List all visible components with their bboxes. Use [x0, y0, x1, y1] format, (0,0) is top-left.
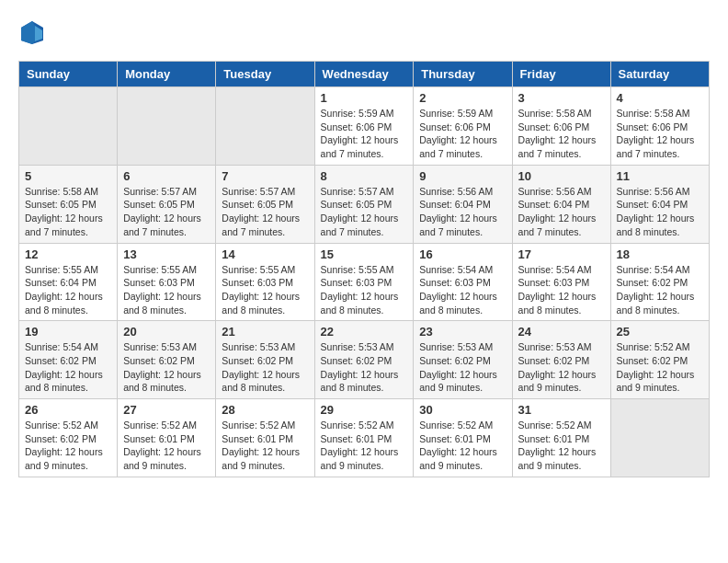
calendar-cell: 3Sunrise: 5:58 AM Sunset: 6:06 PM Daylig… [512, 87, 610, 166]
calendar-cell: 16Sunrise: 5:54 AM Sunset: 6:03 PM Dayli… [414, 243, 512, 321]
calendar-cell: 20Sunrise: 5:53 AM Sunset: 6:02 PM Dayli… [118, 321, 216, 399]
day-info: Sunrise: 5:52 AM Sunset: 6:01 PM Dayligh… [419, 419, 506, 473]
svg-marker-2 [21, 21, 35, 44]
calendar-cell: 30Sunrise: 5:52 AM Sunset: 6:01 PM Dayli… [414, 399, 512, 477]
day-info: Sunrise: 5:52 AM Sunset: 6:02 PM Dayligh… [617, 340, 703, 395]
column-header-saturday: Saturday [610, 62, 709, 87]
calendar-cell [118, 87, 216, 166]
day-number: 19 [25, 325, 111, 339]
calendar-week-5: 26Sunrise: 5:52 AM Sunset: 6:02 PM Dayli… [19, 399, 710, 477]
day-info: Sunrise: 5:52 AM Sunset: 6:01 PM Dayligh… [123, 419, 210, 473]
day-info: Sunrise: 5:52 AM Sunset: 6:01 PM Dayligh… [222, 419, 308, 473]
column-header-tuesday: Tuesday [216, 62, 314, 87]
day-info: Sunrise: 5:57 AM Sunset: 6:05 PM Dayligh… [222, 185, 308, 239]
day-number: 14 [222, 247, 308, 261]
calendar-cell: 28Sunrise: 5:52 AM Sunset: 6:01 PM Dayli… [216, 399, 314, 477]
day-info: Sunrise: 5:54 AM Sunset: 6:02 PM Dayligh… [25, 340, 111, 395]
calendar-cell: 24Sunrise: 5:53 AM Sunset: 6:02 PM Dayli… [512, 321, 610, 399]
calendar-cell: 10Sunrise: 5:56 AM Sunset: 6:04 PM Dayli… [512, 165, 610, 243]
column-header-monday: Monday [118, 62, 216, 87]
day-number: 7 [222, 169, 308, 183]
calendar-table: SundayMondayTuesdayWednesdayThursdayFrid… [18, 61, 710, 477]
page-header [18, 18, 710, 46]
calendar-cell: 26Sunrise: 5:52 AM Sunset: 6:02 PM Dayli… [19, 399, 118, 477]
calendar-cell: 5Sunrise: 5:58 AM Sunset: 6:05 PM Daylig… [19, 165, 118, 243]
calendar-cell [19, 87, 118, 166]
calendar-cell: 12Sunrise: 5:55 AM Sunset: 6:04 PM Dayli… [19, 243, 118, 321]
day-info: Sunrise: 5:55 AM Sunset: 6:03 PM Dayligh… [321, 263, 408, 317]
day-number: 6 [123, 169, 210, 183]
calendar-week-4: 19Sunrise: 5:54 AM Sunset: 6:02 PM Dayli… [19, 321, 710, 399]
day-info: Sunrise: 5:58 AM Sunset: 6:05 PM Dayligh… [25, 185, 111, 239]
day-number: 11 [617, 169, 703, 183]
day-number: 22 [321, 325, 408, 339]
day-info: Sunrise: 5:58 AM Sunset: 6:06 PM Dayligh… [617, 107, 703, 161]
day-info: Sunrise: 5:59 AM Sunset: 6:06 PM Dayligh… [419, 107, 506, 161]
day-info: Sunrise: 5:55 AM Sunset: 6:04 PM Dayligh… [25, 263, 111, 317]
column-header-sunday: Sunday [19, 62, 118, 87]
day-info: Sunrise: 5:53 AM Sunset: 6:02 PM Dayligh… [222, 340, 308, 395]
day-number: 13 [123, 247, 210, 261]
calendar-header-row: SundayMondayTuesdayWednesdayThursdayFrid… [19, 62, 710, 87]
day-info: Sunrise: 5:53 AM Sunset: 6:02 PM Dayligh… [419, 340, 506, 395]
day-number: 8 [321, 169, 408, 183]
day-number: 16 [419, 247, 506, 261]
calendar-cell: 13Sunrise: 5:55 AM Sunset: 6:03 PM Dayli… [118, 243, 216, 321]
day-number: 2 [419, 91, 506, 105]
day-info: Sunrise: 5:53 AM Sunset: 6:02 PM Dayligh… [518, 340, 605, 395]
calendar-cell: 31Sunrise: 5:52 AM Sunset: 6:01 PM Dayli… [512, 399, 610, 477]
calendar-week-2: 5Sunrise: 5:58 AM Sunset: 6:05 PM Daylig… [19, 165, 710, 243]
day-number: 23 [419, 325, 506, 339]
day-number: 20 [123, 325, 210, 339]
day-info: Sunrise: 5:58 AM Sunset: 6:06 PM Dayligh… [518, 107, 605, 161]
logo-icon [18, 18, 46, 46]
calendar-cell: 25Sunrise: 5:52 AM Sunset: 6:02 PM Dayli… [610, 321, 709, 399]
day-number: 25 [617, 325, 703, 339]
calendar-cell: 17Sunrise: 5:54 AM Sunset: 6:03 PM Dayli… [512, 243, 610, 321]
calendar-cell: 7Sunrise: 5:57 AM Sunset: 6:05 PM Daylig… [216, 165, 314, 243]
day-info: Sunrise: 5:57 AM Sunset: 6:05 PM Dayligh… [123, 185, 210, 239]
day-number: 1 [321, 91, 408, 105]
calendar-cell: 1Sunrise: 5:59 AM Sunset: 6:06 PM Daylig… [314, 87, 414, 166]
day-number: 24 [518, 325, 605, 339]
calendar-cell: 8Sunrise: 5:57 AM Sunset: 6:05 PM Daylig… [314, 165, 414, 243]
day-number: 30 [419, 403, 506, 417]
calendar-cell: 27Sunrise: 5:52 AM Sunset: 6:01 PM Dayli… [118, 399, 216, 477]
calendar-cell: 6Sunrise: 5:57 AM Sunset: 6:05 PM Daylig… [118, 165, 216, 243]
calendar-cell [216, 87, 314, 166]
calendar-cell: 15Sunrise: 5:55 AM Sunset: 6:03 PM Dayli… [314, 243, 414, 321]
day-number: 21 [222, 325, 308, 339]
column-header-wednesday: Wednesday [314, 62, 414, 87]
calendar-cell: 18Sunrise: 5:54 AM Sunset: 6:02 PM Dayli… [610, 243, 709, 321]
day-number: 28 [222, 403, 308, 417]
day-info: Sunrise: 5:55 AM Sunset: 6:03 PM Dayligh… [222, 263, 308, 317]
calendar-week-3: 12Sunrise: 5:55 AM Sunset: 6:04 PM Dayli… [19, 243, 710, 321]
calendar-week-1: 1Sunrise: 5:59 AM Sunset: 6:06 PM Daylig… [19, 87, 710, 166]
day-number: 18 [617, 247, 703, 261]
day-info: Sunrise: 5:56 AM Sunset: 6:04 PM Dayligh… [617, 185, 703, 239]
day-number: 15 [321, 247, 408, 261]
day-number: 4 [617, 91, 703, 105]
calendar-cell [610, 399, 709, 477]
day-info: Sunrise: 5:53 AM Sunset: 6:02 PM Dayligh… [321, 340, 408, 395]
calendar-cell: 14Sunrise: 5:55 AM Sunset: 6:03 PM Dayli… [216, 243, 314, 321]
day-info: Sunrise: 5:52 AM Sunset: 6:01 PM Dayligh… [518, 419, 605, 473]
day-info: Sunrise: 5:53 AM Sunset: 6:02 PM Dayligh… [123, 340, 210, 395]
day-info: Sunrise: 5:55 AM Sunset: 6:03 PM Dayligh… [123, 263, 210, 317]
day-number: 5 [25, 169, 111, 183]
day-info: Sunrise: 5:56 AM Sunset: 6:04 PM Dayligh… [419, 185, 506, 239]
day-number: 3 [518, 91, 605, 105]
calendar-cell: 19Sunrise: 5:54 AM Sunset: 6:02 PM Dayli… [19, 321, 118, 399]
day-number: 9 [419, 169, 506, 183]
day-info: Sunrise: 5:54 AM Sunset: 6:03 PM Dayligh… [419, 263, 506, 317]
day-number: 12 [25, 247, 111, 261]
calendar-cell: 29Sunrise: 5:52 AM Sunset: 6:01 PM Dayli… [314, 399, 414, 477]
day-info: Sunrise: 5:54 AM Sunset: 6:02 PM Dayligh… [617, 263, 703, 317]
day-number: 17 [518, 247, 605, 261]
day-info: Sunrise: 5:54 AM Sunset: 6:03 PM Dayligh… [518, 263, 605, 317]
calendar-cell: 11Sunrise: 5:56 AM Sunset: 6:04 PM Dayli… [610, 165, 709, 243]
day-info: Sunrise: 5:52 AM Sunset: 6:02 PM Dayligh… [25, 419, 111, 473]
calendar-cell: 22Sunrise: 5:53 AM Sunset: 6:02 PM Dayli… [314, 321, 414, 399]
calendar-cell: 23Sunrise: 5:53 AM Sunset: 6:02 PM Dayli… [414, 321, 512, 399]
column-header-friday: Friday [512, 62, 610, 87]
